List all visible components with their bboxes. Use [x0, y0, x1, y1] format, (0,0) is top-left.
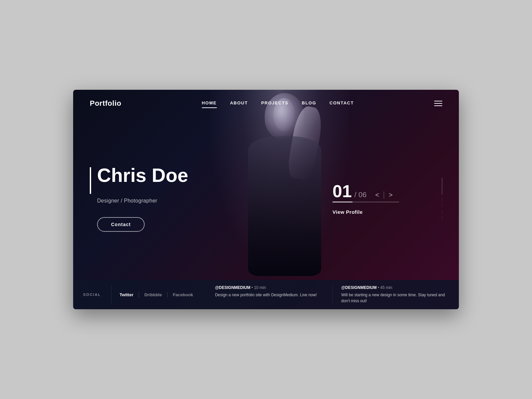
nav-item-home[interactable]: HOME — [202, 100, 217, 107]
tweet-handle-1: @DESIGNMEDIUM — [215, 285, 250, 290]
tweet-card-2: @DESIGNMEDIUM • 45 min Will be starting … — [333, 285, 459, 304]
main-nav: HOME ABOUT PROJECTS BLOG CONTACT — [202, 100, 354, 107]
slide-progress-fill — [332, 202, 352, 202]
social-label: SOCIAL — [73, 285, 111, 304]
social-link-dribbble[interactable]: Dribbble — [139, 292, 168, 297]
tweet-handle-2: @DESIGNMEDIUM — [341, 285, 376, 290]
tweet-text-2: Will be starting a new design in some ti… — [341, 292, 451, 304]
tweet-meta-1: @DESIGNMEDIUM • 10 min — [215, 285, 325, 290]
header: Portfolio HOME ABOUT PROJECTS BLOG CONTA… — [73, 90, 459, 117]
view-profile-link[interactable]: View Profile — [332, 209, 399, 215]
social-link-facebook[interactable]: Facebook — [168, 292, 199, 297]
hero-left: Chris Doe Designer / Photographer Contac… — [90, 166, 188, 232]
slide-next-button[interactable]: > — [389, 191, 393, 199]
browser-window: Portfolio HOME ABOUT PROJECTS BLOG CONTA… — [73, 90, 459, 309]
name-block: Chris Doe — [90, 166, 188, 194]
nav-item-contact[interactable]: CONTACT — [330, 100, 354, 107]
social-bar: SOCIAL Twitter Dribbble Facebook @DESIGN… — [73, 280, 459, 309]
tweet-cards: @DESIGNMEDIUM • 10 min Design a new port… — [207, 285, 459, 304]
vertical-bar — [442, 178, 442, 221]
slide-prev-button[interactable]: < — [375, 191, 379, 199]
contact-button[interactable]: Contact — [97, 217, 145, 232]
slide-separator: / 06 — [354, 191, 367, 199]
tweet-time-1: • — [251, 285, 254, 290]
tweet-time-1-val: 10 min — [254, 285, 266, 290]
hero-subtitle: Designer / Photographer — [90, 198, 188, 204]
social-link-twitter[interactable]: Twitter — [120, 292, 139, 297]
hero-name: Chris Doe — [97, 166, 188, 185]
slide-current: 01 — [332, 183, 352, 200]
nav-item-about[interactable]: ABOUT — [230, 100, 248, 107]
slide-nav-controls: < > — [375, 191, 393, 199]
tweet-meta-2: @DESIGNMEDIUM • 45 min — [341, 285, 451, 290]
main-content: Chris Doe Designer / Photographer Contac… — [73, 117, 459, 280]
site-wrapper: Portfolio HOME ABOUT PROJECTS BLOG CONTA… — [73, 90, 459, 309]
tweet-time-2-val: 45 min — [380, 285, 392, 290]
slide-info-area: 01 / 06 < > View Profile — [332, 183, 399, 215]
counter-row: 01 / 06 < > — [332, 183, 399, 200]
hamburger-menu[interactable] — [434, 101, 442, 106]
tweet-card-1: @DESIGNMEDIUM • 10 min Design a new port… — [207, 285, 333, 304]
nav-item-projects[interactable]: PROJECTS — [261, 100, 288, 107]
social-links: Twitter Dribbble Facebook — [111, 285, 207, 304]
tweet-text-1: Design a new portfolio site with DesignM… — [215, 292, 325, 298]
slide-progress-bar — [332, 202, 399, 202]
nav-item-blog[interactable]: BLOG — [302, 100, 317, 107]
tweet-time-2: • — [378, 285, 380, 290]
slide-nav-divider — [384, 191, 384, 199]
site-logo: Portfolio — [90, 99, 121, 108]
accent-bar — [90, 167, 91, 194]
